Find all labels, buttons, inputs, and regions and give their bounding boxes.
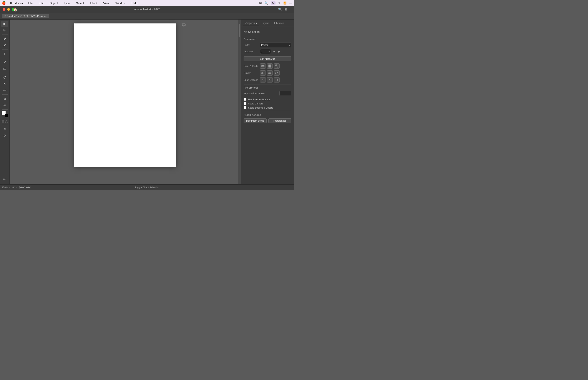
keyboard-increment-input[interactable]: 1 pt xyxy=(279,91,291,96)
line-tool-btn[interactable] xyxy=(1,59,8,65)
scale-corners-checkbox[interactable] xyxy=(244,102,246,105)
artboard-select[interactable]: 1 xyxy=(260,49,271,54)
preferences-section-title: Preferences xyxy=(244,86,291,89)
scroll-thumb[interactable] xyxy=(239,24,240,37)
svg-rect-3 xyxy=(4,68,6,70)
traffic-lights xyxy=(3,8,15,11)
snapping-btn[interactable] xyxy=(274,63,280,69)
menu-bar: 🍎 Illustrator File Edit Object Type Sele… xyxy=(0,0,294,6)
divider-2 xyxy=(244,111,291,111)
cursor-icon[interactable]: ↖ xyxy=(278,1,281,5)
warp-tool-btn[interactable] xyxy=(1,81,8,87)
guides-clear-btn[interactable] xyxy=(274,70,280,76)
svg-point-4 xyxy=(3,90,4,91)
menu-edit[interactable]: Edit xyxy=(37,1,45,5)
preferences-btn[interactable]: Preferences xyxy=(268,118,291,123)
rotate-tool-btn[interactable] xyxy=(1,74,8,80)
lasso-tool-btn[interactable] xyxy=(1,133,8,138)
pen-tool-btn[interactable] xyxy=(1,36,8,42)
tab-layers[interactable]: Layers xyxy=(259,21,272,26)
rulers-btn[interactable] xyxy=(260,63,266,69)
eraser-tool-btn[interactable] xyxy=(1,96,8,102)
units-label: Units: xyxy=(244,44,259,46)
menu-file[interactable]: File xyxy=(27,1,34,5)
more-tools-btn[interactable]: ••• xyxy=(1,176,8,182)
artboard-tool-btn[interactable]: ⊠ xyxy=(1,126,8,132)
snap-grid-btn[interactable] xyxy=(267,77,273,82)
title-bar: 🏠 Adobe Illustrator 2022 🔍 ⊞ _ xyxy=(0,6,294,13)
zoom-control[interactable]: 156% ▾ xyxy=(2,186,10,189)
menu-effect[interactable]: Effect xyxy=(89,1,98,5)
ruler-grids-label: Ruler & Grids xyxy=(244,65,259,67)
document-setup-btn[interactable]: Document Setup xyxy=(244,118,267,123)
selection-tool-btn[interactable] xyxy=(1,21,8,27)
snap-point-btn[interactable] xyxy=(260,77,266,82)
minimize-button[interactable] xyxy=(7,8,10,11)
prev-artboard-btn[interactable]: ◀ xyxy=(272,50,276,53)
snap-options-label: Snap Options xyxy=(244,79,259,81)
tool-divider-4 xyxy=(2,73,8,73)
edit-artboards-btn[interactable]: Edit Artboards xyxy=(244,57,291,61)
menu-extra-btn[interactable]: — xyxy=(289,1,292,5)
svg-rect-0 xyxy=(4,44,6,46)
prev-artboard-nav-btn[interactable]: ◀ xyxy=(22,186,24,189)
canvas-area[interactable] xyxy=(10,19,241,184)
menu-view[interactable]: View xyxy=(102,1,111,5)
snap-pixel-btn[interactable] xyxy=(274,77,280,82)
units-select-wrapper[interactable]: Points Pixels Inches Millimeters xyxy=(260,42,291,47)
stroke-color[interactable] xyxy=(5,114,8,117)
status-bar: 156% ▾ 0° ▾ |◀ ◀ 1 ▶ ▶| Toggle Direct Se… xyxy=(0,184,294,190)
pencil-tool-btn[interactable] xyxy=(1,42,8,48)
vertical-scrollbar[interactable] xyxy=(238,19,241,184)
document-tab[interactable]: ✕ Untitled-1 @ 156 % (CMYK/Preview) xyxy=(2,14,49,18)
normal-screen-btn[interactable] xyxy=(2,120,4,123)
guides-show-btn[interactable] xyxy=(260,70,266,76)
view-mode-icons xyxy=(1,120,8,124)
last-artboard-btn[interactable]: ▶| xyxy=(28,186,31,189)
direct-selection-tool-btn[interactable] xyxy=(1,27,8,34)
comments-panel-icon[interactable] xyxy=(181,22,187,28)
home-icon[interactable]: 🏠 xyxy=(13,7,17,12)
collapse-icon[interactable]: _ xyxy=(290,8,291,11)
zoom-dropdown-icon[interactable]: ▾ xyxy=(9,186,10,189)
ai-menu-icon[interactable]: Ai xyxy=(271,1,275,5)
status-center-label: Toggle Direct Selection xyxy=(135,186,159,189)
close-button[interactable] xyxy=(3,8,5,11)
color-selector[interactable] xyxy=(2,111,8,117)
search-icon[interactable]: 🔍 xyxy=(264,1,268,5)
zoom-tool-btn[interactable] xyxy=(1,102,8,108)
scale-strokes-checkbox[interactable] xyxy=(244,106,246,109)
first-artboard-btn[interactable]: |◀ xyxy=(19,186,22,189)
ruler-grids-row: Ruler & Grids xyxy=(244,63,291,69)
apple-menu[interactable]: 🍎 xyxy=(2,1,6,5)
scale-strokes-label: Scale Strokes & Effects xyxy=(248,106,273,109)
full-screen-btn[interactable] xyxy=(5,120,8,123)
title-bar-controls: 🔍 ⊞ _ xyxy=(278,8,291,11)
menu-select[interactable]: Select xyxy=(75,1,85,5)
grid-btn[interactable] xyxy=(267,63,273,69)
angle-dropdown-icon[interactable]: ▾ xyxy=(16,186,17,189)
artboard xyxy=(74,23,176,167)
type-tool-btn[interactable]: T xyxy=(1,51,8,57)
menu-help[interactable]: Help xyxy=(130,1,139,5)
svg-marker-1 xyxy=(4,46,4,47)
control-center-icon[interactable]: ⊞ xyxy=(259,1,262,5)
menu-type[interactable]: Type xyxy=(63,1,71,5)
grid-view-icon[interactable]: ⊞ xyxy=(284,8,287,11)
tab-libraries[interactable]: Libraries xyxy=(272,21,286,26)
blend-tool-btn[interactable] xyxy=(1,87,8,93)
tab-properties[interactable]: Properties xyxy=(243,21,259,26)
menu-object[interactable]: Object xyxy=(48,1,59,5)
tab-bar: ✕ Untitled-1 @ 156 % (CMYK/Preview) xyxy=(0,13,294,19)
next-artboard-btn[interactable]: ▶ xyxy=(277,50,281,53)
rect-tool-btn[interactable] xyxy=(1,66,8,72)
menu-window[interactable]: Window xyxy=(114,1,127,5)
use-preview-bounds-checkbox[interactable] xyxy=(244,98,246,101)
angle-control[interactable]: 0° ▾ xyxy=(12,186,17,189)
units-select[interactable]: Points Pixels Inches Millimeters xyxy=(260,42,291,47)
artboard-select-wrapper[interactable]: 1 xyxy=(260,49,271,54)
search-icon[interactable]: 🔍 xyxy=(278,8,282,11)
tab-close-icon[interactable]: ✕ xyxy=(4,15,6,17)
next-artboard-nav-btn[interactable]: ▶ xyxy=(26,186,28,189)
guides-lock-btn[interactable] xyxy=(267,70,273,76)
